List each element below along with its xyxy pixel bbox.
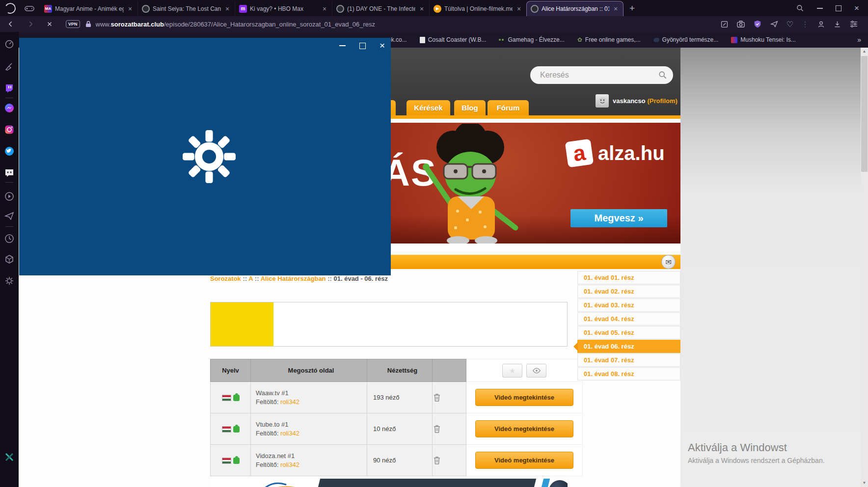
- tab-saint-seiya[interactable]: Saint Seiya: The Lost Canva ×: [137, 1, 235, 16]
- scroll-down-arrow[interactable]: ▼: [861, 479, 868, 487]
- hungarian-flag-icon: [222, 395, 231, 401]
- breadcrumb-link[interactable]: Alice Határországban: [261, 275, 326, 282]
- discord-icon[interactable]: [4, 167, 15, 178]
- twitter-icon[interactable]: [4, 146, 15, 157]
- watch-video-button[interactable]: Videó megtekintése: [475, 420, 573, 437]
- favorite-star-button[interactable]: ★: [502, 364, 522, 378]
- gx-cleaner-icon[interactable]: [4, 61, 15, 72]
- episode-item[interactable]: 01. évad 04. rész: [577, 312, 680, 325]
- bookmarks-overflow-button[interactable]: »: [857, 36, 861, 44]
- tab-close-icon[interactable]: ×: [612, 5, 619, 13]
- episode-item[interactable]: 01. évad 02. rész: [577, 285, 680, 298]
- uploader-link[interactable]: roli342: [280, 461, 299, 468]
- pin-edit-icon[interactable]: [720, 20, 729, 28]
- tab-close-icon[interactable]: ×: [418, 5, 425, 13]
- stop-button[interactable]: [46, 21, 53, 27]
- profile-icon[interactable]: [817, 20, 825, 28]
- instagram-icon[interactable]: [4, 124, 15, 135]
- search-input[interactable]: [539, 70, 658, 80]
- tab-close-icon[interactable]: ×: [224, 5, 231, 13]
- uploader-link[interactable]: roli342: [280, 430, 299, 437]
- gx-corner-speedometer-icon[interactable]: [4, 39, 15, 50]
- tab-hbo-max[interactable]: m Ki vagy? • HBO Max ×: [235, 1, 332, 16]
- player-popout-icon[interactable]: [4, 191, 15, 202]
- site-search-box[interactable]: [530, 66, 673, 84]
- gx-pickaxe-icon[interactable]: [4, 452, 15, 462]
- delete-cell: [433, 445, 466, 476]
- heart-icon[interactable]: ♡: [787, 20, 793, 29]
- scrollbar-thumb[interactable]: [861, 56, 868, 172]
- nav-tab-blog[interactable]: Blog: [454, 100, 486, 115]
- bookmark-label: Gyönyörű természe...: [662, 36, 719, 43]
- bottom-ad-banner[interactable]: [210, 479, 568, 487]
- hungarian-flag-icon: [222, 458, 231, 464]
- settings-gear-icon[interactable]: [4, 275, 15, 286]
- buy-button[interactable]: Megvesz »: [570, 209, 667, 227]
- url-bar[interactable]: www.sorozatbarat.club/episode/280637/Ali…: [96, 21, 720, 28]
- downloads-icon[interactable]: [833, 20, 841, 28]
- tab-close-icon[interactable]: ×: [321, 5, 328, 13]
- window-close-button[interactable]: ×: [854, 4, 859, 12]
- gx-corner-icon[interactable]: [25, 5, 34, 12]
- tab-search-icon[interactable]: [796, 4, 804, 12]
- tab-magyar-anime[interactable]: MA Magyar Anime - Animék eg ×: [40, 1, 137, 16]
- bird-icon: [653, 38, 659, 42]
- lock-icon[interactable]: [85, 20, 92, 28]
- breadcrumb-link[interactable]: A: [248, 275, 253, 282]
- bookmark-label: Mushoku Tensei: Is...: [740, 36, 796, 43]
- puzzle-icon: [233, 395, 240, 401]
- new-tab-button[interactable]: +: [629, 3, 635, 14]
- bookmark-item[interactable]: Gyönyörű természe...: [653, 36, 719, 43]
- episode-item[interactable]: 01. évad 07. rész: [577, 353, 680, 367]
- tab-close-icon[interactable]: ×: [127, 5, 134, 13]
- episode-item[interactable]: 01. évad 08. rész: [577, 367, 680, 380]
- episode-item[interactable]: 01. évad 01. rész: [577, 271, 680, 284]
- episode-item[interactable]: 01. évad 03. rész: [577, 298, 680, 312]
- mail-button[interactable]: ✉: [661, 255, 676, 269]
- send-icon[interactable]: [770, 20, 779, 28]
- tab-tultolva[interactable]: ▶ Túltolva | Online-filmek.me ×: [429, 1, 526, 16]
- bookmark-item[interactable]: Mushoku Tensei: Is...: [731, 36, 796, 43]
- watch-video-button[interactable]: Videó megtekintése: [475, 452, 573, 469]
- window-minimize-icon[interactable]: [339, 45, 346, 46]
- watch-video-button[interactable]: Videó megtekintése: [475, 389, 573, 406]
- window-minimize-button[interactable]: [817, 8, 823, 9]
- address-toolbar: VPN www.sorozatbarat.club/episode/280637…: [0, 16, 868, 32]
- nav-tab-forum[interactable]: Fórum: [488, 100, 529, 115]
- breadcrumb-link[interactable]: Sorozatok: [210, 275, 241, 282]
- extensions-box-icon[interactable]: [4, 254, 15, 265]
- messenger-icon[interactable]: [4, 103, 15, 113]
- watched-eye-button[interactable]: [526, 364, 546, 378]
- search-icon[interactable]: [658, 71, 667, 80]
- twitch-icon[interactable]: [4, 83, 15, 94]
- window-maximize-button[interactable]: [836, 5, 841, 11]
- forward-button[interactable]: [27, 20, 34, 28]
- scroll-up-arrow[interactable]: ▲: [861, 48, 868, 55]
- shield-badge-icon[interactable]: [753, 20, 762, 28]
- page-scrollbar[interactable]: ▲ ▼: [861, 48, 868, 487]
- back-button[interactable]: [7, 20, 15, 28]
- trash-icon[interactable]: [433, 393, 465, 402]
- tab-day-one[interactable]: (1) DAY ONE - The Infected ×: [332, 1, 429, 16]
- trash-icon[interactable]: [433, 456, 465, 465]
- trash-icon[interactable]: [433, 425, 465, 433]
- history-clock-icon[interactable]: [4, 233, 15, 244]
- bookmark-item[interactable]: Gamehag - Élvezze...: [499, 36, 564, 43]
- bookmark-item[interactable]: Cosalt Coaster (W.B...: [420, 36, 487, 43]
- vpn-badge[interactable]: VPN: [66, 20, 80, 28]
- uploader-link[interactable]: roli342: [280, 398, 299, 406]
- tab-alice-active[interactable]: Alice Határországban :: 01. ×: [526, 1, 624, 16]
- loading-app-window[interactable]: ×: [19, 38, 391, 275]
- telegram-icon[interactable]: [4, 211, 15, 221]
- settings-sliders-icon[interactable]: [849, 20, 858, 28]
- episode-item-active[interactable]: 01. évad 06. rész: [577, 340, 680, 353]
- nav-tab-keresek[interactable]: Kérések: [407, 100, 450, 115]
- bookmark-item[interactable]: ✿ Free online games,...: [577, 36, 641, 43]
- table-header-row: Nyelv Megosztó oldal Nézettség ★: [211, 359, 583, 382]
- episode-item[interactable]: 01. évad 05. rész: [577, 326, 680, 339]
- tab-close-icon[interactable]: ×: [515, 5, 522, 13]
- snapshot-camera-icon[interactable]: [736, 20, 745, 28]
- window-maximize-icon[interactable]: [359, 43, 366, 49]
- opera-logo-icon[interactable]: [4, 1, 17, 15]
- window-close-icon[interactable]: ×: [380, 42, 385, 50]
